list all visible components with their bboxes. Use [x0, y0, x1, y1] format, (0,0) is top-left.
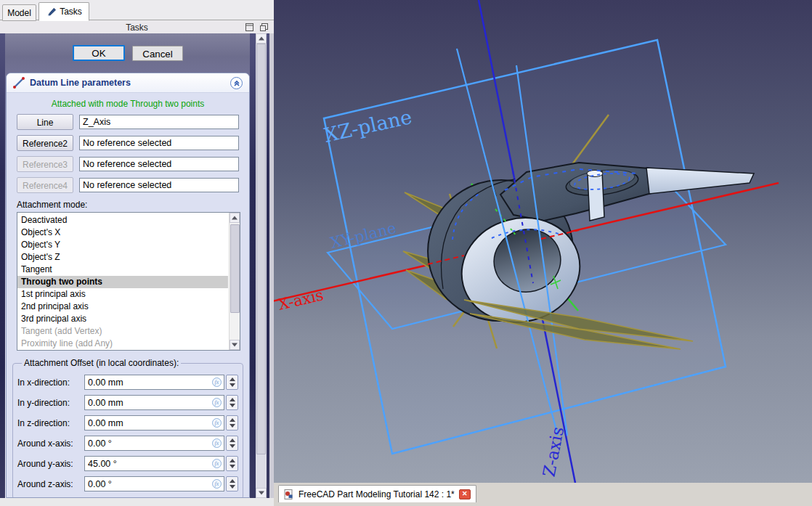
collapse-section-button[interactable] [230, 77, 243, 89]
tab-model[interactable]: Model [2, 4, 36, 21]
offset-z-input[interactable] [84, 415, 224, 430]
dock-icon[interactable] [245, 23, 253, 31]
mode-item-disabled: Tangent (add Vertex) [17, 325, 228, 338]
ok-button[interactable]: OK [73, 45, 125, 61]
offset-x-label: In x-direction: [17, 378, 84, 388]
list-scrollbar[interactable] [229, 213, 240, 350]
offset-z-label: In z-direction: [17, 418, 84, 428]
datum-line-parameters-section: Datum Line parameters Attached with mode… [6, 73, 250, 498]
task-panel-scrollbar[interactable] [256, 33, 267, 498]
tab-tasks-label: Tasks [60, 7, 82, 17]
mode-item[interactable]: 2nd principal axis [17, 301, 228, 313]
rotate-y-input[interactable] [84, 456, 224, 471]
mode-item-disabled: Proximity line (add Any) [17, 338, 228, 350]
panel-scroll-down-arrow[interactable] [256, 488, 267, 498]
document-tabbar: FreeCAD Part Modeling Tutorial 142 : 1* … [274, 483, 812, 502]
offset-y-label: In y-direction: [17, 398, 84, 408]
rotate-z-input[interactable] [84, 476, 224, 491]
rotate-z-spinner[interactable] [226, 476, 238, 491]
pen-icon [46, 7, 57, 17]
document-tab[interactable]: FreeCAD Part Modeling Tutorial 142 : 1* … [278, 485, 476, 502]
part-pin[interactable] [588, 171, 604, 221]
reference3-field[interactable] [79, 157, 239, 171]
rotate-x-spinner[interactable] [226, 436, 238, 451]
panel-left-edge [0, 33, 5, 498]
task-panel: OK Cancel Datum Line parameters Attached… [0, 33, 274, 498]
rotate-y-label: Around y-axis: [17, 459, 84, 469]
freecad-window: Model Tasks Tasks OK Canc [0, 0, 812, 506]
float-window-icon[interactable] [260, 23, 268, 31]
mode-item-selected[interactable]: Through two points [17, 276, 228, 288]
dock-title-text: Tasks [126, 23, 148, 33]
chevron-double-up-icon [233, 80, 240, 87]
line-reference-button[interactable]: Line [17, 114, 73, 130]
rotate-x-label: Around x-axis: [17, 438, 84, 449]
offset-z-spinner[interactable] [226, 415, 238, 430]
reference3-button: Reference3 [17, 156, 73, 172]
tab-model-label: Model [7, 8, 31, 18]
expression-icon[interactable]: fx [212, 438, 222, 448]
expression-icon[interactable]: fx [212, 378, 222, 387]
line-reference-field[interactable] [79, 115, 239, 129]
datum-line-icon [12, 76, 25, 89]
rotate-x-input[interactable] [84, 436, 224, 451]
attachment-offset-group: Attachment Offset (in local coordinates)… [12, 358, 243, 498]
rotate-y-spinner[interactable] [226, 456, 238, 471]
close-document-icon[interactable]: ✕ [459, 489, 471, 499]
panel-scroll-up-arrow[interactable] [256, 33, 267, 44]
tab-tasks[interactable]: Tasks [38, 2, 89, 21]
offset-x-spinner[interactable] [226, 375, 238, 390]
expression-icon[interactable]: fx [212, 398, 222, 407]
reference2-field[interactable] [79, 136, 239, 150]
3d-viewport[interactable]: XZ-plane XY-plane [274, 0, 812, 483]
list-scrollbar-thumb[interactable] [230, 224, 240, 313]
attachment-status-text: Attached with mode Through two points [7, 99, 249, 109]
section-header[interactable]: Datum Line parameters [7, 73, 249, 93]
scroll-up-arrow[interactable] [230, 213, 240, 223]
mode-item[interactable]: Object's X [17, 227, 228, 239]
mode-item[interactable]: 3rd principal axis [17, 313, 228, 325]
mode-item[interactable]: Deactivated [17, 214, 228, 227]
freecad-document-icon [284, 489, 294, 499]
bottom-strip [274, 502, 812, 506]
attachment-mode-list: Deactivated Object's X Object's Y Object… [17, 212, 240, 351]
bottom-strip [0, 498, 274, 506]
panel-scrollbar-thumb[interactable] [256, 44, 266, 454]
offset-y-input[interactable] [84, 395, 224, 410]
expression-icon[interactable]: fx [212, 459, 222, 468]
attachment-offset-legend: Attachment Offset (in local coordinates)… [22, 358, 181, 368]
attachment-mode-label: Attachment mode: [17, 200, 249, 210]
rotate-z-label: Around z-axis: [17, 479, 84, 489]
offset-y-spinner[interactable] [226, 395, 238, 410]
expression-icon[interactable]: fx [212, 479, 222, 489]
reference4-field[interactable] [79, 178, 239, 192]
document-tab-title: FreeCAD Part Modeling Tutorial 142 : 1* [299, 489, 455, 499]
scroll-down-arrow[interactable] [230, 340, 240, 350]
mode-item[interactable]: Object's Y [17, 239, 228, 251]
tasks-dock-titlebar: Tasks [0, 21, 274, 33]
left-dock-tabstrip: Model Tasks [0, 0, 274, 20]
panel-right-edge [250, 33, 256, 498]
reference2-button[interactable]: Reference2 [17, 135, 73, 151]
offset-x-input[interactable] [84, 375, 224, 390]
cancel-button[interactable]: Cancel [132, 46, 183, 61]
mode-item[interactable]: Tangent [17, 264, 228, 276]
mode-item[interactable]: 1st principal axis [17, 288, 228, 301]
mode-item[interactable]: Object's Z [17, 251, 228, 264]
expression-icon[interactable]: fx [212, 418, 222, 428]
section-title: Datum Line parameters [30, 78, 131, 88]
reference4-button: Reference4 [17, 177, 73, 193]
